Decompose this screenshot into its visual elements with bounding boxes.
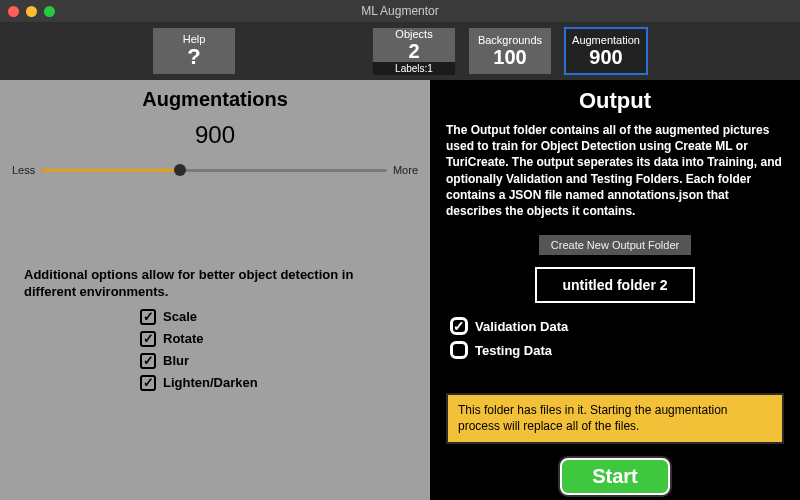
augmentation-stat[interactable]: Augmentation 900 xyxy=(565,28,647,74)
help-button[interactable]: Help ? xyxy=(153,28,235,74)
augmentations-slider[interactable] xyxy=(41,163,387,177)
output-folder-name[interactable]: untitled folder 2 xyxy=(535,267,695,303)
augmentation-label: Augmentation xyxy=(572,34,640,46)
checkbox-icon xyxy=(450,341,468,359)
checkbox-icon xyxy=(140,331,156,347)
slider-max-label: More xyxy=(393,164,418,176)
objects-label: Objects xyxy=(395,28,432,40)
options-list: Scale Rotate Blur Lighten/Darken xyxy=(140,309,430,391)
window-title: ML Augmentor xyxy=(0,4,800,18)
objects-sublabel: Labels:1 xyxy=(373,62,455,75)
minimize-icon[interactable] xyxy=(26,6,37,17)
option-rotate[interactable]: Rotate xyxy=(140,331,430,347)
zoom-icon[interactable] xyxy=(44,6,55,17)
create-output-folder-button[interactable]: Create New Output Folder xyxy=(539,235,691,255)
option-scale[interactable]: Scale xyxy=(140,309,430,325)
top-toolbar: Help ? Objects 2 Labels:1 Backgrounds 10… xyxy=(0,22,800,80)
options-description: Additional options allow for better obje… xyxy=(24,267,406,301)
objects-stat[interactable]: Objects 2 Labels:1 xyxy=(373,28,455,74)
option-label: Scale xyxy=(163,309,197,324)
backgrounds-stat[interactable]: Backgrounds 100 xyxy=(469,28,551,74)
augmentations-count: 900 xyxy=(0,121,430,149)
backgrounds-value: 100 xyxy=(493,46,526,68)
warning-banner: This folder has files in it. Starting th… xyxy=(446,393,784,444)
option-label: Rotate xyxy=(163,331,203,346)
option-blur[interactable]: Blur xyxy=(140,353,430,369)
option-label: Validation Data xyxy=(475,319,568,334)
output-panel: Output The Output folder contains all of… xyxy=(430,80,800,500)
objects-value: 2 xyxy=(408,40,419,62)
output-heading: Output xyxy=(446,88,784,114)
option-label: Blur xyxy=(163,353,189,368)
option-validation-data[interactable]: Validation Data xyxy=(450,317,784,335)
help-icon: ? xyxy=(187,45,200,69)
titlebar: ML Augmentor xyxy=(0,0,800,22)
option-label: Lighten/Darken xyxy=(163,375,258,390)
slider-thumb[interactable] xyxy=(174,164,186,176)
checkbox-icon xyxy=(140,309,156,325)
option-lighten[interactable]: Lighten/Darken xyxy=(140,375,430,391)
main-body: Augmentations 900 Less More Additional o… xyxy=(0,80,800,500)
augmentations-slider-row: Less More xyxy=(12,163,418,177)
output-options: Validation Data Testing Data xyxy=(450,317,784,359)
checkbox-icon xyxy=(140,353,156,369)
augmentations-panel: Augmentations 900 Less More Additional o… xyxy=(0,80,430,500)
option-label: Testing Data xyxy=(475,343,552,358)
option-testing-data[interactable]: Testing Data xyxy=(450,341,784,359)
checkbox-icon xyxy=(140,375,156,391)
output-description: The Output folder contains all of the au… xyxy=(446,122,784,219)
backgrounds-label: Backgrounds xyxy=(478,34,542,46)
augmentations-heading: Augmentations xyxy=(0,88,430,111)
slider-min-label: Less xyxy=(12,164,35,176)
close-icon[interactable] xyxy=(8,6,19,17)
start-row: Start xyxy=(446,458,784,495)
augmentation-value: 900 xyxy=(589,46,622,68)
start-button[interactable]: Start xyxy=(560,458,670,495)
slider-fill xyxy=(41,169,179,172)
checkbox-icon xyxy=(450,317,468,335)
window-controls xyxy=(8,6,55,17)
